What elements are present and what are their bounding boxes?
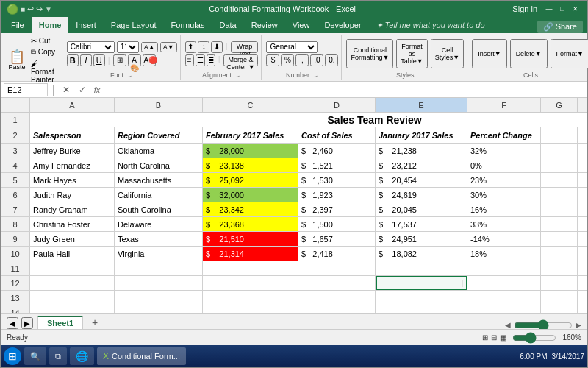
cell-c13[interactable] bbox=[203, 291, 298, 305]
cell-g7[interactable] bbox=[541, 202, 578, 216]
sheet-tab-sheet1[interactable]: Sheet1 bbox=[37, 316, 83, 329]
horizontal-scroll-left[interactable]: ◀ bbox=[505, 321, 511, 329]
cell-d6[interactable]: $ 1,923 bbox=[298, 188, 376, 202]
cell-g3[interactable] bbox=[541, 144, 578, 158]
delete-cells-button[interactable]: Delete▼ bbox=[510, 39, 548, 68]
cell-e5[interactable]: $ 20,454 bbox=[376, 173, 467, 187]
cell-e6[interactable]: $ 24,619 bbox=[376, 188, 467, 202]
cell-c4[interactable]: $ 23,138 bbox=[203, 158, 298, 172]
border-button[interactable]: ⊞ bbox=[113, 54, 126, 66]
cell-c9[interactable]: $ 21,510 bbox=[203, 232, 298, 246]
underline-button[interactable]: U bbox=[93, 54, 105, 66]
scroll-sheet-right-button[interactable]: ▶ bbox=[21, 317, 33, 329]
cell-b1[interactable] bbox=[112, 113, 198, 127]
cell-d13[interactable] bbox=[298, 291, 376, 305]
cell-b12[interactable] bbox=[115, 276, 203, 290]
row-header-11[interactable]: 11 bbox=[1, 261, 30, 275]
wrap-text-button[interactable]: Wrap Text bbox=[231, 41, 259, 53]
cell-b4[interactable]: North Carolina bbox=[115, 158, 203, 172]
cell-a6[interactable]: Judith Ray bbox=[30, 188, 115, 202]
cell-g1[interactable] bbox=[551, 113, 587, 127]
percent-button[interactable]: % bbox=[281, 54, 294, 66]
row-header-13[interactable]: 13 bbox=[1, 291, 30, 305]
cell-b6[interactable]: California bbox=[115, 188, 203, 202]
cell-f11[interactable] bbox=[467, 261, 541, 275]
cell-c2[interactable]: February 2017 Sales bbox=[203, 127, 298, 143]
cell-f5[interactable]: 23% bbox=[467, 173, 541, 187]
cell-f8[interactable]: 33% bbox=[467, 217, 541, 231]
cell-g9[interactable] bbox=[541, 232, 578, 246]
row-header-1[interactable]: 1 bbox=[1, 113, 30, 127]
font-color-button[interactable]: A🔴 bbox=[143, 54, 156, 66]
cell-e13[interactable] bbox=[376, 291, 467, 305]
col-header-a[interactable]: A bbox=[30, 98, 115, 112]
rows-container[interactable]: 1 Sales Team Review 2 Salesperson Region… bbox=[1, 113, 587, 313]
tab-view[interactable]: View bbox=[285, 17, 318, 33]
cell-g2[interactable] bbox=[541, 127, 578, 143]
tab-page-layout[interactable]: Page Layout bbox=[104, 17, 164, 33]
cell-e8[interactable]: $ 17,537 bbox=[376, 217, 467, 231]
cancel-formula-button[interactable]: ✕ bbox=[60, 83, 73, 96]
add-sheet-button[interactable]: + bbox=[87, 316, 102, 329]
cell-a2[interactable]: Salesperson bbox=[30, 127, 115, 143]
cell-d8[interactable]: $ 1,500 bbox=[298, 217, 376, 231]
tab-insert[interactable]: Insert bbox=[68, 17, 104, 33]
conditional-formatting-button[interactable]: ConditionalFormatting▼ bbox=[346, 39, 393, 68]
cell-c5[interactable]: $ 25,092 bbox=[203, 173, 298, 187]
col-header-f[interactable]: F bbox=[467, 98, 541, 112]
cell-g5[interactable] bbox=[541, 173, 578, 187]
comma-button[interactable]: , bbox=[295, 54, 309, 66]
cell-a14[interactable] bbox=[30, 305, 115, 313]
cell-d14[interactable] bbox=[298, 305, 376, 313]
horizontal-scroll-right[interactable]: ▶ bbox=[576, 321, 581, 329]
font-size-select[interactable]: 11 bbox=[117, 41, 139, 53]
cell-e14[interactable] bbox=[376, 305, 467, 313]
cell-c12[interactable] bbox=[203, 276, 298, 290]
align-middle-button[interactable]: ↕ bbox=[198, 41, 209, 53]
excel-taskbar-app[interactable]: X Conditional Form... bbox=[97, 347, 186, 365]
cell-g4[interactable] bbox=[541, 158, 578, 172]
cell-c11[interactable] bbox=[203, 261, 298, 275]
paste-button[interactable]: 📋 Paste bbox=[7, 49, 27, 72]
row-header-6[interactable]: 6 bbox=[1, 188, 30, 202]
cell-a4[interactable]: Amy Fernandez bbox=[30, 158, 115, 172]
cell-a9[interactable]: Judy Green bbox=[30, 232, 115, 246]
cell-c8[interactable]: $ 23,368 bbox=[203, 217, 298, 231]
cell-styles-button[interactable]: CellStyles▼ bbox=[431, 39, 464, 68]
tab-review[interactable]: Review bbox=[244, 17, 285, 33]
row-header-2[interactable]: 2 bbox=[1, 127, 30, 143]
confirm-formula-button[interactable]: ✓ bbox=[76, 83, 89, 96]
row-header-14[interactable]: 14 bbox=[1, 305, 30, 313]
cell-a12[interactable] bbox=[30, 276, 115, 290]
cell-b14[interactable] bbox=[115, 305, 203, 313]
cell-g13[interactable] bbox=[541, 291, 578, 305]
cell-b10[interactable]: Virginia bbox=[115, 247, 203, 261]
col-header-d[interactable]: D bbox=[298, 98, 376, 112]
col-header-b[interactable]: B bbox=[115, 98, 203, 112]
cell-d5[interactable]: $ 1,530 bbox=[298, 173, 376, 187]
cortana-button[interactable]: 🔍 bbox=[24, 347, 46, 365]
page-break-view-button[interactable]: ▦ bbox=[500, 333, 506, 342]
tab-developer[interactable]: Developer bbox=[317, 17, 368, 33]
decimal-decrease-button[interactable]: 0. bbox=[325, 54, 338, 66]
italic-button[interactable]: I bbox=[80, 54, 92, 66]
font-size-increase[interactable]: A▲ bbox=[141, 42, 158, 52]
copy-button[interactable]: ⧉ Copy bbox=[29, 47, 59, 57]
insert-cells-button[interactable]: Insert▼ bbox=[472, 39, 506, 68]
name-box[interactable] bbox=[4, 83, 48, 96]
share-button[interactable]: 🔗 Share bbox=[537, 21, 583, 33]
cell-b2[interactable]: Region Covered bbox=[115, 127, 203, 143]
cell-c6[interactable]: $ 32,000 bbox=[203, 188, 298, 202]
cell-d9[interactable]: $ 1,657 bbox=[298, 232, 376, 246]
cell-a13[interactable] bbox=[30, 291, 115, 305]
tab-home[interactable]: Home bbox=[32, 17, 69, 33]
scroll-sheet-left-button[interactable]: ◀ bbox=[7, 317, 18, 329]
cell-a8[interactable]: Christina Foster bbox=[30, 217, 115, 231]
cell-e9[interactable]: $ 24,951 bbox=[376, 232, 467, 246]
scroll-bar[interactable] bbox=[514, 322, 573, 328]
row-header-12[interactable]: 12 bbox=[1, 276, 30, 290]
window-quick-access[interactable]: 🟢 ■ ↩ ↪ ▼ bbox=[7, 4, 52, 15]
cell-g14[interactable] bbox=[541, 305, 578, 313]
fill-color-button[interactable]: A🎨 bbox=[128, 54, 141, 66]
align-top-button[interactable]: ⬆ bbox=[185, 41, 197, 53]
